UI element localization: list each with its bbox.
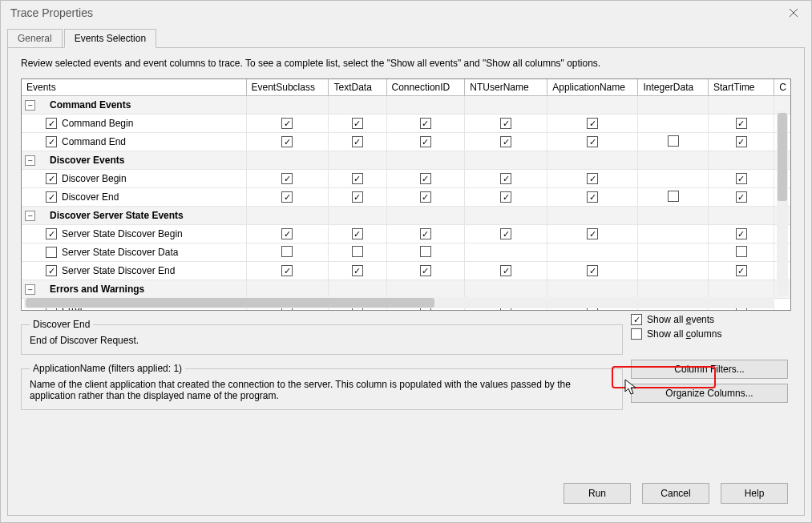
vertical-scrollbar[interactable] xyxy=(777,111,788,296)
run-button[interactable]: Run xyxy=(564,483,631,504)
organize-columns-button[interactable]: Organize Columns... xyxy=(631,384,788,403)
grid-checkbox[interactable] xyxy=(500,191,511,203)
tab-events-selection-label: Events Selection xyxy=(75,33,146,44)
horizontal-scrollbar[interactable] xyxy=(24,297,774,308)
column-description-box: ApplicationName (filters applied: 1) Nam… xyxy=(21,363,623,410)
category-row[interactable]: −Discover Server State Events xyxy=(22,207,790,225)
close-icon[interactable] xyxy=(782,5,805,21)
event-row[interactable]: Command Begin xyxy=(22,115,790,133)
grid-checkbox[interactable] xyxy=(281,246,293,257)
column-header[interactable]: TextData xyxy=(329,79,386,96)
grid-checkbox[interactable] xyxy=(352,265,363,276)
grid-checkbox[interactable] xyxy=(281,136,293,147)
grid-checkbox[interactable] xyxy=(500,136,511,147)
grid-checkbox[interactable] xyxy=(281,265,293,276)
grid-checkbox[interactable] xyxy=(500,265,511,276)
column-header[interactable]: C xyxy=(774,79,790,96)
grid-checkbox[interactable] xyxy=(500,228,511,239)
event-row[interactable]: Server State Discover End xyxy=(22,262,790,280)
grid-checkbox[interactable] xyxy=(420,118,431,129)
grid-checkbox[interactable] xyxy=(46,247,57,258)
grid-checkbox[interactable] xyxy=(420,228,431,239)
column-filters-button[interactable]: Column Filters... xyxy=(631,360,788,379)
grid-checkbox[interactable] xyxy=(736,136,747,147)
event-label: Server State Discover End xyxy=(62,265,175,276)
event-label: Server State Discover Data xyxy=(62,247,178,258)
show-options: Show all events Show all columns xyxy=(623,311,791,343)
grid-checkbox[interactable] xyxy=(736,246,747,257)
column-header[interactable]: EventSubclass xyxy=(246,79,329,96)
grid-checkbox[interactable] xyxy=(736,191,747,203)
grid-checkbox[interactable] xyxy=(587,228,598,239)
events-grid[interactable]: EventsEventSubclassTextDataConnectionIDN… xyxy=(21,78,791,311)
collapse-icon[interactable]: − xyxy=(25,211,35,221)
tab-general[interactable]: General xyxy=(7,29,63,48)
collapse-icon[interactable]: − xyxy=(25,284,35,295)
grid-checkbox[interactable] xyxy=(46,118,57,129)
collapse-icon[interactable]: − xyxy=(25,155,35,166)
grid-checkbox[interactable] xyxy=(736,265,747,276)
grid-checkbox[interactable] xyxy=(500,118,511,129)
grid-checkbox[interactable] xyxy=(46,228,57,239)
grid-checkbox[interactable] xyxy=(46,191,57,203)
show-all-events-label: Show all events xyxy=(647,314,714,325)
column-header[interactable]: Events xyxy=(22,79,246,96)
grid-checkbox[interactable] xyxy=(46,136,57,147)
grid-checkbox[interactable] xyxy=(587,191,598,203)
show-all-events-option[interactable]: Show all events xyxy=(631,314,791,325)
grid-checkbox[interactable] xyxy=(587,265,598,276)
grid-checkbox[interactable] xyxy=(420,136,431,147)
grid-checkbox[interactable] xyxy=(668,135,679,147)
tab-general-label: General xyxy=(18,33,52,44)
grid-checkbox[interactable] xyxy=(736,173,747,184)
collapse-icon[interactable]: − xyxy=(25,100,35,111)
grid-checkbox[interactable] xyxy=(420,246,431,257)
grid-checkbox[interactable] xyxy=(281,191,293,203)
event-description-text: End of Discover Request. xyxy=(30,335,614,346)
show-all-columns-checkbox[interactable] xyxy=(631,328,642,340)
grid-checkbox[interactable] xyxy=(352,136,363,147)
grid-checkbox[interactable] xyxy=(587,136,598,147)
grid-checkbox[interactable] xyxy=(281,228,293,239)
grid-checkbox[interactable] xyxy=(46,173,57,184)
show-all-columns-option[interactable]: Show all columns xyxy=(631,328,791,340)
column-header[interactable]: IntegerData xyxy=(638,79,709,96)
column-header[interactable]: NTUserName xyxy=(465,79,547,96)
column-header[interactable]: ApplicationName xyxy=(547,79,638,96)
category-row[interactable]: −Discover Events xyxy=(22,151,790,170)
category-row[interactable]: −Command Events xyxy=(22,96,790,115)
category-row[interactable]: −Errors and Warnings xyxy=(22,280,790,299)
grid-checkbox[interactable] xyxy=(281,118,293,129)
grid-checkbox[interactable] xyxy=(352,191,363,203)
event-row[interactable]: Server State Discover Begin xyxy=(22,225,790,243)
grid-checkbox[interactable] xyxy=(46,265,57,276)
grid-checkbox[interactable] xyxy=(736,118,747,129)
tab-pane: Review selected events and event columns… xyxy=(7,47,805,516)
column-header[interactable]: ConnectionID xyxy=(386,79,465,96)
grid-checkbox[interactable] xyxy=(420,191,431,203)
grid-checkbox[interactable] xyxy=(352,228,363,239)
grid-checkbox[interactable] xyxy=(587,118,598,129)
grid-checkbox[interactable] xyxy=(420,173,431,184)
tab-strip: General Events Selection xyxy=(1,28,811,47)
grid-checkbox[interactable] xyxy=(352,173,363,184)
show-all-events-checkbox[interactable] xyxy=(631,314,642,325)
grid-checkbox[interactable] xyxy=(352,118,363,129)
grid-checkbox[interactable] xyxy=(668,191,679,202)
help-button[interactable]: Help xyxy=(721,483,788,504)
cancel-button[interactable]: Cancel xyxy=(642,483,709,504)
column-header[interactable]: StartTime xyxy=(708,79,774,96)
grid-checkbox[interactable] xyxy=(420,265,431,276)
window-title: Trace Properties xyxy=(10,6,93,19)
grid-checkbox[interactable] xyxy=(587,173,598,184)
grid-checkbox[interactable] xyxy=(352,246,363,257)
event-row[interactable]: Command End xyxy=(22,133,790,151)
event-row[interactable]: Server State Discover Data xyxy=(22,243,790,262)
tab-events-selection[interactable]: Events Selection xyxy=(64,29,156,48)
show-all-columns-label: Show all columns xyxy=(647,328,721,340)
event-row[interactable]: Discover End xyxy=(22,188,790,207)
event-row[interactable]: Discover Begin xyxy=(22,170,790,188)
grid-checkbox[interactable] xyxy=(736,228,747,239)
grid-checkbox[interactable] xyxy=(281,173,293,184)
grid-checkbox[interactable] xyxy=(500,173,511,184)
